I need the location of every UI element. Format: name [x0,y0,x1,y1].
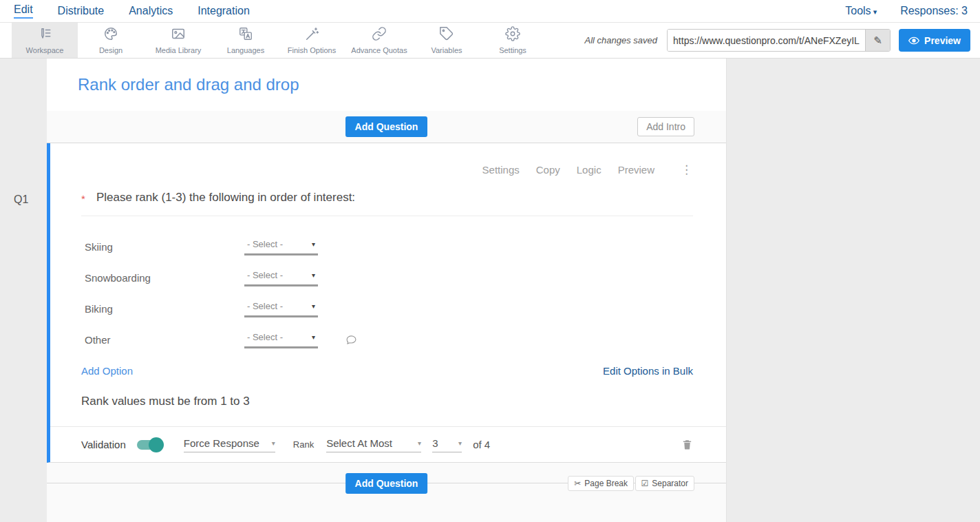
editor-toolbar: Workspace Design Media Library Languages [0,22,980,59]
editor-content: Q1 Rank order and drag and drop Add Ques… [0,59,980,522]
chevron-down-icon: ▾ [312,240,315,248]
rank-select-dropdown[interactable]: - Select - ▾ [244,239,318,255]
chevron-down-icon: ▾ [873,8,877,16]
gear-icon [505,26,520,44]
question-number-label: Q1 [14,194,28,206]
toolbar-item-variables[interactable]: Variables [414,23,480,58]
option-row: Biking - Select - ▾ [85,293,693,324]
tools-menu[interactable]: Tools▾ [845,5,877,17]
edit-options-bulk-link[interactable]: Edit Options in Bulk [603,365,693,377]
top-nav: Edit Distribute Analytics Integration To… [0,0,980,22]
separator-button[interactable]: ☑ Separator [635,476,694,491]
validation-toggle[interactable] [137,440,162,450]
top-nav-tabs: Edit Distribute Analytics Integration [14,3,250,19]
checkbox-icon: ☑ [641,479,649,488]
option-row: Skiing - Select - ▾ [85,231,693,262]
toolbar-item-languages[interactable]: Languages [213,23,279,58]
pencil-icon: ✎ [873,34,882,46]
preview-button[interactable]: Preview [899,29,970,52]
validation-bar: Validation Force Response ▾ Rank Select … [50,426,726,462]
option-label[interactable]: Other [85,334,244,346]
toolbar-item-media-library[interactable]: Media Library [144,23,213,58]
option-label[interactable]: Biking [85,303,244,315]
more-options-icon[interactable]: ⋮ [681,163,693,177]
select-count-dropdown[interactable]: 3 ▾ [432,437,462,452]
chevron-down-icon: ▾ [312,333,315,341]
magic-wand-icon [304,26,319,44]
nav-tab-analytics[interactable]: Analytics [129,5,173,17]
question-logic-link[interactable]: Logic [577,164,601,176]
toolbar-item-label: Settings [499,46,526,54]
add-option-link[interactable]: Add Option [81,365,133,377]
question-settings-link[interactable]: Settings [482,164,520,176]
rank-select-dropdown[interactable]: - Select - ▾ [244,270,318,286]
question-actions: Settings Copy Logic Preview ⋮ [81,143,693,177]
question-preview-link[interactable]: Preview [618,164,654,176]
add-intro-button[interactable]: Add Intro [637,117,694,136]
option-row: Other - Select - ▾ [85,324,693,355]
add-question-button-top[interactable]: Add Question [345,116,428,137]
validation-label: Validation [81,439,126,450]
force-response-dropdown[interactable]: Force Response ▾ [184,437,275,452]
comment-bubble-icon[interactable] [345,334,357,346]
question-card: Settings Copy Logic Preview ⋮ * Please r… [47,143,726,463]
link-icon [372,26,387,44]
toolbar-item-workspace[interactable]: Workspace [12,23,78,58]
scissors-icon: ✂ [574,479,581,488]
toolbar-item-finish-options[interactable]: Finish Options [279,23,345,58]
nav-tab-integration[interactable]: Integration [198,5,250,17]
toolbar-item-label: Design [99,46,122,54]
toolbar-item-label: Finish Options [288,46,336,54]
survey-canvas: Rank order and drag and drop Add Questio… [47,59,727,522]
nav-tab-edit[interactable]: Edit [14,3,33,19]
question-text-row: * Please rank (1-3) the following in ord… [81,191,693,216]
question-text[interactable]: Please rank (1-3) the following in order… [96,191,355,205]
add-question-band-bottom: Add Question ✂ Page Break ☑ Separator [47,463,726,522]
page-break-button[interactable]: ✂ Page Break [568,476,634,491]
option-row: Snowboarding - Select - ▾ [85,262,693,293]
add-question-button-bottom[interactable]: Add Question [345,473,428,494]
rank-label: Rank [293,439,314,450]
nav-tab-distribute[interactable]: Distribute [58,5,105,17]
toolbar-item-label: Variables [431,46,462,54]
toolbar-item-design[interactable]: Design [78,23,144,58]
add-question-band-top: Add Question Add Intro [47,111,726,143]
toolbar-tabs: Workspace Design Media Library Languages [12,23,546,58]
image-icon [171,26,186,44]
chevron-down-icon: ▾ [312,271,315,279]
toolbar-item-settings[interactable]: Settings [480,23,546,58]
option-links-row: Add Option Edit Options in Bulk [81,365,693,377]
tag-icon [439,26,454,44]
app-window: Edit Distribute Analytics Integration To… [0,0,980,522]
toolbar-item-label: Media Library [156,46,202,54]
toolbar-right: All changes saved ✎ Preview [585,23,980,58]
toggle-knob [149,437,164,452]
save-status-text: All changes saved [585,35,658,45]
option-label[interactable]: Skiing [85,241,244,253]
chevron-down-icon: ▾ [312,302,315,310]
chevron-down-icon: ▾ [418,439,421,447]
toolbar-item-label: Languages [227,46,264,54]
survey-url-group: ✎ [667,29,891,52]
rank-range-note: Rank values must be from 1 to 3 [81,395,693,408]
survey-url-input[interactable] [668,30,865,51]
rank-select-dropdown[interactable]: - Select - ▾ [244,301,318,317]
translate-icon [238,26,253,44]
responses-link[interactable]: Responses: 3 [900,5,968,17]
edit-url-button[interactable]: ✎ [865,30,890,51]
top-nav-right: Tools▾ Responses: 3 [845,5,968,17]
toolbar-item-advance-quotas[interactable]: Advance Quotas [345,23,414,58]
required-asterisk: * [81,191,96,205]
delete-question-button[interactable] [681,438,693,451]
select-mode-dropdown[interactable]: Select At Most ▾ [326,437,421,452]
trash-icon [681,438,693,451]
rank-select-dropdown[interactable]: - Select - ▾ [244,332,318,348]
survey-title-section: Rank order and drag and drop [47,59,726,111]
toolbar-item-label: Workspace [26,46,64,54]
option-label[interactable]: Snowboarding [85,272,244,284]
chevron-down-icon: ▾ [272,439,275,447]
question-copy-link[interactable]: Copy [536,164,560,176]
survey-title[interactable]: Rank order and drag and drop [78,75,299,94]
of-total-label: of 4 [473,439,490,450]
answer-options-list: Skiing - Select - ▾ Snowboarding - Selec… [81,231,693,355]
